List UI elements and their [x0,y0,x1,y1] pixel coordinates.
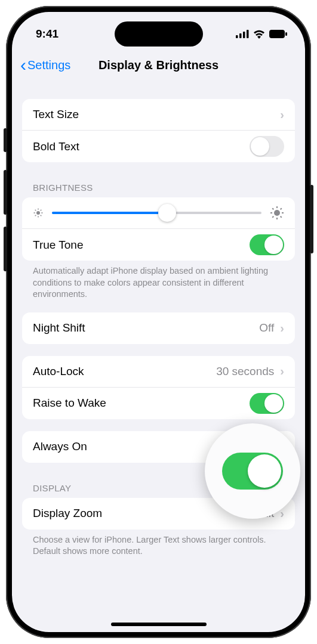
svg-line-14 [41,210,42,211]
row-label: Auto-Lock [33,365,216,378]
settings-content[interactable]: Text Size › Bold Text BRIGHTNESS [12,82,305,632]
svg-line-11 [35,210,36,211]
chevron-right-icon: › [280,108,284,122]
row-label: True Tone [33,239,250,252]
slider-knob[interactable] [158,204,176,222]
device-frame: 9:41 ‹ Settings Display & Brightness Tex… [6,6,311,638]
raise-to-wake-toggle[interactable] [250,393,284,414]
power-button [310,185,313,253]
row-raise-to-wake[interactable]: Raise to Wake [22,388,295,419]
wifi-icon [253,30,265,39]
cellular-icon [236,30,249,38]
svg-rect-5 [285,32,287,36]
svg-line-20 [272,208,273,209]
svg-rect-3 [247,30,249,38]
svg-rect-2 [243,32,245,38]
row-label: Night Shift [33,321,259,335]
chevron-right-icon: › [280,321,284,335]
sun-small-icon [33,208,44,218]
group-brightness: True Tone [22,197,295,261]
svg-rect-0 [236,35,238,38]
group-text: Text Size › Bold Text [22,99,295,162]
svg-line-13 [35,215,36,216]
row-label: Raise to Wake [33,397,250,410]
slider-fill [52,212,167,214]
side-button [4,128,7,152]
brightness-slider[interactable] [52,212,261,214]
brightness-slider-row [22,197,295,229]
home-indicator[interactable] [111,623,207,626]
screen: 9:41 ‹ Settings Display & Brightness Tex… [12,12,305,632]
group-night-shift: Night Shift Off › [22,312,295,344]
always-on-toggle-magnified[interactable] [222,453,283,490]
svg-line-22 [272,216,273,218]
row-night-shift[interactable]: Night Shift Off › [22,312,295,344]
row-label: Bold Text [33,140,250,153]
svg-line-12 [41,215,42,216]
row-value: Off [259,321,274,335]
volume-down-button [4,227,7,271]
display-footer: Choose a view for iPhone. Larger Text sh… [22,530,295,558]
svg-line-21 [281,216,282,218]
section-header-brightness: BRIGHTNESS [22,182,295,193]
status-right [236,30,287,39]
back-button[interactable]: ‹ Settings [20,56,70,74]
nav-bar: ‹ Settings Display & Brightness [12,48,305,82]
row-label: Text Size [33,108,280,121]
back-label: Settings [27,58,70,72]
svg-point-6 [36,211,40,215]
row-label: Display Zoom [33,507,238,520]
true-tone-footer: Automatically adapt iPhone display based… [22,261,295,301]
true-tone-toggle[interactable] [250,234,284,255]
status-time: 9:41 [36,27,59,41]
dynamic-island [115,21,203,47]
volume-up-button [4,170,7,215]
chevron-right-icon: › [280,364,284,378]
svg-rect-4 [269,30,285,38]
row-auto-lock[interactable]: Auto-Lock 30 seconds › [22,356,295,388]
row-true-tone[interactable]: True Tone [22,229,295,261]
row-value: 30 seconds [216,365,274,378]
row-text-size[interactable]: Text Size › [22,99,295,131]
svg-line-23 [281,208,282,209]
bold-text-toggle[interactable] [250,136,284,157]
battery-icon [269,30,287,38]
group-lock: Auto-Lock 30 seconds › Raise to Wake [22,356,295,419]
chevron-left-icon: ‹ [20,56,26,74]
sun-large-icon [270,206,284,220]
row-bold-text[interactable]: Bold Text [22,131,295,162]
svg-rect-1 [239,33,242,38]
highlight-callout [205,423,300,519]
svg-point-15 [274,210,280,216]
